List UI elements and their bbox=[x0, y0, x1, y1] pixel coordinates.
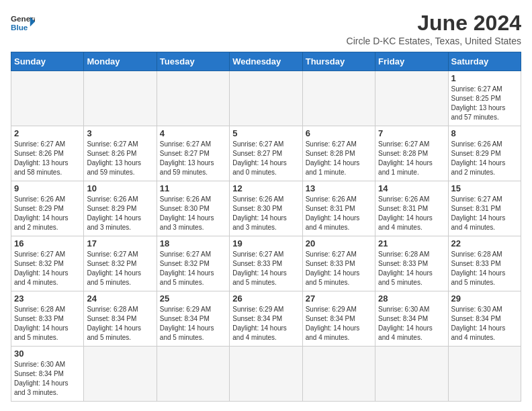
day-cell-5-6 bbox=[448, 347, 521, 402]
day-info: Sunrise: 6:30 AM Sunset: 8:34 PM Dayligh… bbox=[451, 305, 518, 342]
col-tuesday: Tuesday bbox=[157, 52, 229, 71]
day-cell-3-4: 20Sunrise: 6:27 AM Sunset: 8:33 PM Dayli… bbox=[302, 236, 375, 291]
day-cell-1-0: 2Sunrise: 6:27 AM Sunset: 8:26 PM Daylig… bbox=[11, 126, 84, 181]
day-cell-4-5: 28Sunrise: 6:30 AM Sunset: 8:34 PM Dayli… bbox=[375, 291, 448, 347]
day-cell-0-5 bbox=[375, 71, 448, 126]
day-cell-5-5 bbox=[375, 347, 448, 402]
day-info: Sunrise: 6:27 AM Sunset: 8:33 PM Dayligh… bbox=[306, 250, 372, 287]
day-cell-4-0: 23Sunrise: 6:28 AM Sunset: 8:33 PM Dayli… bbox=[11, 291, 84, 347]
day-info: Sunrise: 6:27 AM Sunset: 8:32 PM Dayligh… bbox=[14, 250, 81, 287]
day-cell-1-2: 4Sunrise: 6:27 AM Sunset: 8:27 PM Daylig… bbox=[157, 126, 229, 181]
day-number: 5 bbox=[232, 128, 299, 138]
logo: General Blue bbox=[11, 11, 35, 35]
day-cell-3-0: 16Sunrise: 6:27 AM Sunset: 8:32 PM Dayli… bbox=[11, 236, 84, 291]
day-number: 19 bbox=[232, 238, 299, 248]
day-number: 20 bbox=[306, 238, 372, 248]
week-row-0: 1Sunrise: 6:27 AM Sunset: 8:25 PM Daylig… bbox=[11, 71, 521, 126]
day-number: 17 bbox=[87, 238, 153, 248]
day-info: Sunrise: 6:26 AM Sunset: 8:30 PM Dayligh… bbox=[160, 195, 226, 232]
day-cell-3-3: 19Sunrise: 6:27 AM Sunset: 8:33 PM Dayli… bbox=[230, 236, 302, 291]
day-info: Sunrise: 6:27 AM Sunset: 8:31 PM Dayligh… bbox=[451, 195, 518, 232]
day-cell-1-6: 8Sunrise: 6:26 AM Sunset: 8:29 PM Daylig… bbox=[448, 126, 521, 181]
day-cell-3-5: 21Sunrise: 6:28 AM Sunset: 8:33 PM Dayli… bbox=[375, 236, 448, 291]
day-info: Sunrise: 6:28 AM Sunset: 8:33 PM Dayligh… bbox=[451, 250, 518, 287]
col-thursday: Thursday bbox=[302, 52, 375, 71]
day-cell-0-6: 1Sunrise: 6:27 AM Sunset: 8:25 PM Daylig… bbox=[448, 71, 521, 126]
day-cell-3-6: 22Sunrise: 6:28 AM Sunset: 8:33 PM Dayli… bbox=[448, 236, 521, 291]
day-number: 18 bbox=[160, 238, 226, 248]
col-saturday: Saturday bbox=[448, 52, 521, 71]
day-info: Sunrise: 6:26 AM Sunset: 8:31 PM Dayligh… bbox=[306, 195, 372, 232]
day-info: Sunrise: 6:27 AM Sunset: 8:25 PM Dayligh… bbox=[451, 85, 518, 122]
day-info: Sunrise: 6:27 AM Sunset: 8:26 PM Dayligh… bbox=[14, 140, 81, 177]
day-info: Sunrise: 6:26 AM Sunset: 8:29 PM Dayligh… bbox=[87, 195, 153, 232]
day-info: Sunrise: 6:27 AM Sunset: 8:26 PM Dayligh… bbox=[87, 140, 153, 177]
day-info: Sunrise: 6:26 AM Sunset: 8:29 PM Dayligh… bbox=[451, 140, 518, 177]
day-cell-0-4 bbox=[302, 71, 375, 126]
day-number: 27 bbox=[306, 293, 372, 304]
day-cell-2-3: 12Sunrise: 6:26 AM Sunset: 8:30 PM Dayli… bbox=[230, 181, 302, 236]
day-number: 10 bbox=[87, 183, 153, 193]
col-wednesday: Wednesday bbox=[230, 52, 302, 71]
day-number: 4 bbox=[160, 128, 226, 138]
day-cell-2-0: 9Sunrise: 6:26 AM Sunset: 8:29 PM Daylig… bbox=[11, 181, 84, 236]
calendar-header-row: Sunday Monday Tuesday Wednesday Thursday… bbox=[11, 52, 521, 71]
day-cell-5-2 bbox=[157, 347, 229, 402]
day-number: 1 bbox=[451, 73, 518, 83]
week-row-4: 23Sunrise: 6:28 AM Sunset: 8:33 PM Dayli… bbox=[11, 291, 521, 347]
day-cell-0-3 bbox=[230, 71, 302, 126]
month-title: June 2024 bbox=[347, 11, 521, 36]
day-number: 28 bbox=[378, 293, 445, 304]
day-cell-5-1 bbox=[84, 347, 157, 402]
week-row-1: 2Sunrise: 6:27 AM Sunset: 8:26 PM Daylig… bbox=[11, 126, 521, 181]
day-cell-4-6: 29Sunrise: 6:30 AM Sunset: 8:34 PM Dayli… bbox=[448, 291, 521, 347]
day-info: Sunrise: 6:27 AM Sunset: 8:33 PM Dayligh… bbox=[232, 250, 299, 287]
day-number: 9 bbox=[14, 183, 81, 193]
day-info: Sunrise: 6:27 AM Sunset: 8:27 PM Dayligh… bbox=[160, 140, 226, 177]
day-info: Sunrise: 6:27 AM Sunset: 8:32 PM Dayligh… bbox=[87, 250, 153, 287]
day-cell-2-2: 11Sunrise: 6:26 AM Sunset: 8:30 PM Dayli… bbox=[157, 181, 229, 236]
day-cell-3-2: 18Sunrise: 6:27 AM Sunset: 8:32 PM Dayli… bbox=[157, 236, 229, 291]
week-row-3: 16Sunrise: 6:27 AM Sunset: 8:32 PM Dayli… bbox=[11, 236, 521, 291]
day-number: 12 bbox=[232, 183, 299, 193]
day-cell-5-0: 30Sunrise: 6:30 AM Sunset: 8:34 PM Dayli… bbox=[11, 347, 84, 402]
day-cell-0-1 bbox=[84, 71, 157, 126]
day-cell-3-1: 17Sunrise: 6:27 AM Sunset: 8:32 PM Dayli… bbox=[84, 236, 157, 291]
day-number: 26 bbox=[232, 293, 299, 304]
day-cell-2-6: 15Sunrise: 6:27 AM Sunset: 8:31 PM Dayli… bbox=[448, 181, 521, 236]
day-cell-2-1: 10Sunrise: 6:26 AM Sunset: 8:29 PM Dayli… bbox=[84, 181, 157, 236]
day-cell-1-3: 5Sunrise: 6:27 AM Sunset: 8:27 PM Daylig… bbox=[230, 126, 302, 181]
day-info: Sunrise: 6:28 AM Sunset: 8:33 PM Dayligh… bbox=[378, 250, 445, 287]
day-cell-2-4: 13Sunrise: 6:26 AM Sunset: 8:31 PM Dayli… bbox=[302, 181, 375, 236]
col-sunday: Sunday bbox=[11, 52, 84, 71]
day-number: 30 bbox=[14, 349, 81, 359]
day-number: 13 bbox=[306, 183, 372, 193]
col-friday: Friday bbox=[375, 52, 448, 71]
day-number: 3 bbox=[87, 128, 153, 138]
day-number: 15 bbox=[451, 183, 518, 193]
day-info: Sunrise: 6:29 AM Sunset: 8:34 PM Dayligh… bbox=[160, 305, 226, 342]
logo-icon: General Blue bbox=[11, 11, 35, 35]
day-info: Sunrise: 6:30 AM Sunset: 8:34 PM Dayligh… bbox=[14, 360, 81, 398]
day-info: Sunrise: 6:29 AM Sunset: 8:34 PM Dayligh… bbox=[306, 305, 372, 342]
day-info: Sunrise: 6:28 AM Sunset: 8:33 PM Dayligh… bbox=[14, 305, 81, 342]
calendar: Sunday Monday Tuesday Wednesday Thursday… bbox=[11, 52, 521, 402]
day-number: 16 bbox=[14, 238, 81, 248]
day-number: 2 bbox=[14, 128, 81, 138]
day-number: 22 bbox=[451, 238, 518, 248]
day-cell-1-1: 3Sunrise: 6:27 AM Sunset: 8:26 PM Daylig… bbox=[84, 126, 157, 181]
day-cell-4-1: 24Sunrise: 6:28 AM Sunset: 8:34 PM Dayli… bbox=[84, 291, 157, 347]
day-cell-0-0 bbox=[11, 71, 84, 126]
day-cell-0-2 bbox=[157, 71, 229, 126]
day-info: Sunrise: 6:26 AM Sunset: 8:31 PM Dayligh… bbox=[378, 195, 445, 232]
col-monday: Monday bbox=[84, 52, 157, 71]
svg-text:Blue: Blue bbox=[11, 23, 28, 32]
day-cell-4-2: 25Sunrise: 6:29 AM Sunset: 8:34 PM Dayli… bbox=[157, 291, 229, 347]
day-info: Sunrise: 6:27 AM Sunset: 8:27 PM Dayligh… bbox=[232, 140, 299, 177]
day-cell-4-4: 27Sunrise: 6:29 AM Sunset: 8:34 PM Dayli… bbox=[302, 291, 375, 347]
day-number: 21 bbox=[378, 238, 445, 248]
day-info: Sunrise: 6:26 AM Sunset: 8:30 PM Dayligh… bbox=[232, 195, 299, 232]
day-info: Sunrise: 6:28 AM Sunset: 8:34 PM Dayligh… bbox=[87, 305, 153, 342]
subtitle: Circle D-KC Estates, Texas, United State… bbox=[347, 36, 521, 46]
day-cell-4-3: 26Sunrise: 6:29 AM Sunset: 8:34 PM Dayli… bbox=[230, 291, 302, 347]
